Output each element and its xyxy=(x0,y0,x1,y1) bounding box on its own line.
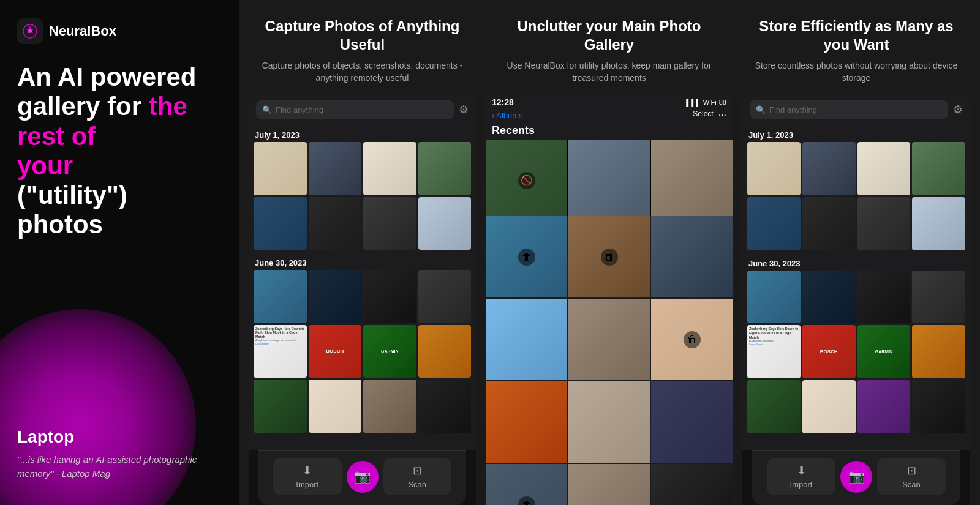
date-label-2: June 30, 2023 xyxy=(254,253,471,270)
panel3-header: Unclutter your Main Photo Gallery Use Ne… xyxy=(486,0,733,94)
photo-cell xyxy=(363,380,417,433)
more-btn[interactable]: ··· xyxy=(718,110,726,121)
select-btn[interactable]: Select xyxy=(693,110,713,121)
photo-cell xyxy=(254,270,307,323)
photo-cell-4 xyxy=(747,271,801,324)
photo-cell: Zuckerberg Says He's Down to Fight Elon … xyxy=(254,325,307,378)
photo-cell-4 xyxy=(912,142,965,195)
photo-cell-4 xyxy=(858,197,911,250)
hero-content: NeuralBox An AI powered gallery for the … xyxy=(17,18,222,481)
import-label: Import xyxy=(296,480,318,489)
comp-photo-cell xyxy=(568,464,650,505)
date-label-4-1: July 1, 2023 xyxy=(747,125,965,142)
comp-photo-cell xyxy=(568,381,650,463)
import-tab[interactable]: ⬇ Import xyxy=(273,458,342,495)
photo-cell-4 xyxy=(802,380,856,433)
photo-cell-4: BOSCH xyxy=(802,325,856,378)
photo-cell xyxy=(309,197,362,250)
hero-panel: NeuralBox An AI powered gallery for the … xyxy=(0,0,239,505)
panel2-title: Capture Photos of Anything Useful xyxy=(254,17,471,54)
photo-cell-4 xyxy=(858,142,911,195)
photo-cell-4 xyxy=(802,142,856,195)
panel-unclutter: Unclutter your Main Photo Gallery Use Ne… xyxy=(486,0,733,505)
photo-cell xyxy=(363,270,417,323)
comp-photo-cell xyxy=(651,216,733,297)
panel4-subtitle: Store countless photos without worrying … xyxy=(747,60,965,84)
panel2-subtitle: Capture photos of objects, screenshots, … xyxy=(254,60,471,84)
panel2-photo-grid: July 1, 2023 June 30, 2023 xyxy=(249,123,476,450)
gear-icon-4[interactable]: ⚙ xyxy=(953,103,963,116)
hero-quote: "...is like having an AI-assisted photog… xyxy=(17,453,222,481)
comp-photo-cell: 🗑 xyxy=(568,216,650,297)
back-btn[interactable]: ‹ Albums xyxy=(492,111,523,120)
panel4-photo-grid: July 1, 2023 June 30, 2023 xyxy=(742,123,970,450)
date-label-4-2: June 30, 2023 xyxy=(747,254,965,271)
photo-cell-4 xyxy=(802,197,856,250)
panel2-screen-inner: 🔍 Find anything ⚙ July 1, 2023 xyxy=(249,94,476,450)
photo-cell xyxy=(309,142,362,195)
grid4-row1 xyxy=(747,142,965,250)
comp-photo-cell xyxy=(568,299,650,380)
photo-cell xyxy=(418,142,472,195)
panel-capture: Capture Photos of Anything Useful Captur… xyxy=(239,0,486,505)
comp-photo-cell: 🗑 xyxy=(651,299,733,380)
camera-tab-4[interactable]: 📷 xyxy=(840,461,872,493)
photo-cell-4 xyxy=(858,380,911,433)
date-label-1: July 1, 2023 xyxy=(254,125,471,142)
panel2-tab-bar: ⬇ Import 📷 ⊡ Scan xyxy=(258,450,466,505)
title-line1: An AI powered xyxy=(17,62,196,91)
grid-row2: Zuckerberg Says He's Down to Fight Elon … xyxy=(254,270,471,433)
scan-tab-4[interactable]: ⊡ Scan xyxy=(877,458,946,495)
grid-row1 xyxy=(254,142,471,250)
panel4-header: Store Efficiently as Many as you Want St… xyxy=(733,0,980,94)
scan-tab[interactable]: ⊡ Scan xyxy=(383,458,452,495)
search-placeholder-4: Find anything xyxy=(769,105,817,114)
comp-photo-cell xyxy=(651,140,733,216)
photo-cell xyxy=(418,197,472,250)
logo-text: NeuralBox xyxy=(49,23,116,39)
camera-tab[interactable]: 📷 xyxy=(347,461,379,493)
search-icon: 🔍 xyxy=(262,105,272,114)
comp-photo-cell xyxy=(486,381,567,463)
panel3-screen: 12:28 ▌▌▌ WiFi 88 ‹ Albums Select ··· xyxy=(486,94,733,505)
photo-cell xyxy=(418,270,472,323)
wifi-icon: WiFi xyxy=(703,99,717,106)
camera-icon: 📷 xyxy=(354,469,371,485)
camera-icon-4: 📷 xyxy=(848,469,865,485)
panel2-header: Capture Photos of Anything Useful Captur… xyxy=(239,0,486,94)
import-tab-4[interactable]: ⬇ Import xyxy=(767,458,835,495)
panel4-title: Store Efficiently as Many as you Want xyxy=(747,17,965,54)
search-bar-4[interactable]: 🔍 Find anything xyxy=(750,100,948,119)
photo-cell-4 xyxy=(802,271,856,324)
photo-cell: GARMIN xyxy=(363,325,417,378)
title-line5: ("utility") xyxy=(17,181,127,209)
svg-point-1 xyxy=(28,29,32,33)
comp-photo-cell xyxy=(651,381,733,463)
panel4-screen: 🔍 Find anything ⚙ July 1, 2023 xyxy=(742,94,970,505)
comp-photo-cell: 🚫 xyxy=(486,140,567,216)
photo-cell xyxy=(309,380,362,433)
scan-label: Scan xyxy=(408,480,426,489)
comp-time: 12:28 xyxy=(492,97,514,107)
comp-photo-cell: 🗑 xyxy=(486,216,567,297)
scan-icon: ⊡ xyxy=(413,464,422,477)
comp-photo-cell: 🗑 xyxy=(486,464,567,505)
grid4-row2: Zuckerberg Says He's Down to Fight Elon … xyxy=(747,271,965,433)
gear-icon[interactable]: ⚙ xyxy=(459,103,469,116)
photo-cell-4 xyxy=(912,325,965,378)
photo-cell xyxy=(418,380,472,433)
photo-cell-4: GARMIN xyxy=(858,325,911,378)
panel4-search-row: 🔍 Find anything ⚙ xyxy=(742,94,970,123)
comp-top: 12:28 ▌▌▌ WiFi 88 ‹ Albums Select ··· xyxy=(486,94,733,216)
photo-cell xyxy=(254,142,307,195)
photo-cell xyxy=(363,142,417,195)
import-label-4: Import xyxy=(790,480,813,489)
comp-photo-cell xyxy=(568,140,650,216)
photo-cell xyxy=(254,197,307,250)
search-bar[interactable]: 🔍 Find anything xyxy=(256,100,454,119)
hero-bottom: Laptop "...is like having an AI-assisted… xyxy=(17,415,222,481)
scan-label-4: Scan xyxy=(902,480,921,489)
panel4-screen-inner: 🔍 Find anything ⚙ July 1, 2023 xyxy=(742,94,970,450)
title-line6: photos xyxy=(17,210,103,239)
search-placeholder: Find anything xyxy=(276,105,323,114)
